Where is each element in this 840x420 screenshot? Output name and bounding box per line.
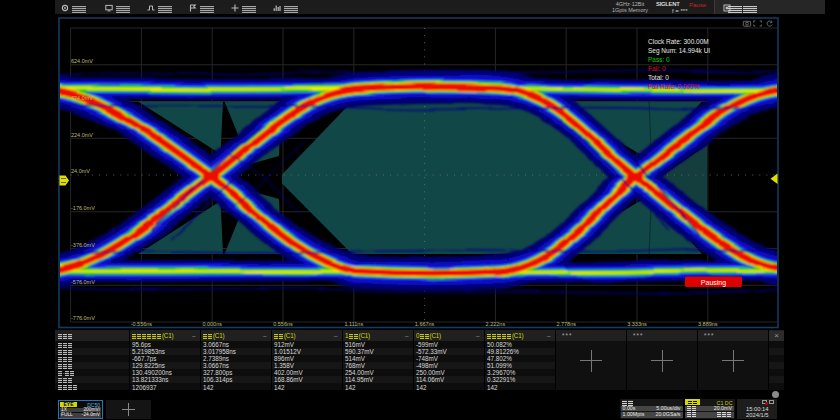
svg-text:-376.0mV: -376.0mV [71, 242, 95, 248]
svg-text:-0.556ns: -0.556ns [131, 321, 153, 327]
svg-text:3.333ns: 3.333ns [627, 321, 647, 327]
svg-text:-176.0mV: -176.0mV [71, 205, 95, 211]
svg-text:Total: 0: Total: 0 [648, 74, 669, 81]
svg-text:Fail: 0: Fail: 0 [648, 65, 666, 72]
svg-text:Seg Num: 14.994k UI: Seg Num: 14.994k UI [648, 47, 710, 55]
svg-text:624.0mV: 624.0mV [71, 58, 93, 64]
svg-text:Pausing: Pausing [701, 279, 726, 287]
svg-text:Fail Rate: 0.000%: Fail Rate: 0.000% [648, 83, 700, 90]
svg-text:2.778ns: 2.778ns [556, 321, 576, 327]
svg-text:1.667ns: 1.667ns [415, 321, 435, 327]
svg-text:24.0mV: 24.0mV [71, 168, 90, 174]
svg-text:1.111ns: 1.111ns [344, 321, 363, 327]
svg-text:0.556ns: 0.556ns [273, 321, 293, 327]
svg-text:224.0mV: 224.0mV [71, 132, 93, 138]
svg-text:2.222ns: 2.222ns [486, 321, 506, 327]
svg-text:424.0mV: 424.0mV [71, 95, 93, 101]
svg-text:0.000ns: 0.000ns [202, 321, 222, 327]
svg-text:3.889ns: 3.889ns [698, 321, 718, 327]
svg-text:Pass: 0: Pass: 0 [648, 56, 670, 63]
svg-text:-576.0mV: -576.0mV [71, 279, 95, 285]
svg-text:Clock Rate: 300.00M: Clock Rate: 300.00M [648, 38, 709, 45]
svg-text:-776.0mV: -776.0mV [71, 315, 95, 321]
